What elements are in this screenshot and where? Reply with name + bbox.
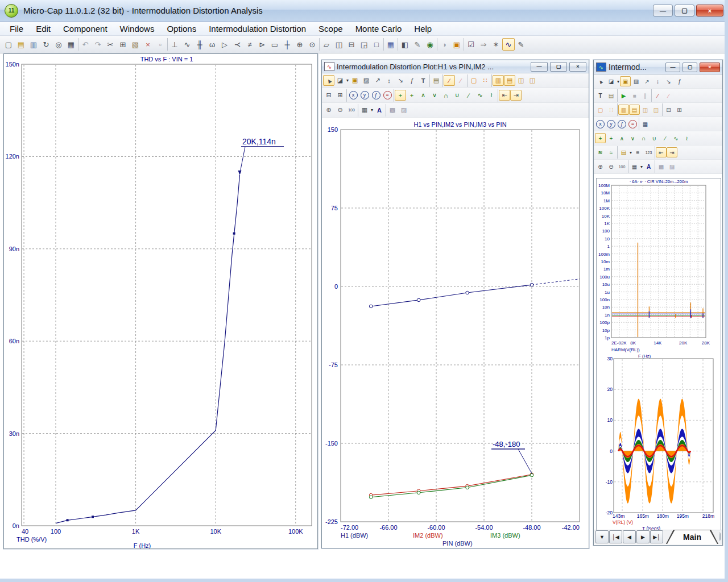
numeric-format-icon[interactable]: 123 [643, 147, 654, 157]
waterfall-icon[interactable]: ≋ [595, 147, 606, 157]
print-preview-icon[interactable]: ◎ [52, 38, 65, 51]
zoom-out-icon[interactable]: ⊖ [334, 105, 346, 115]
cursor-menu-icon[interactable]: ≡ [382, 90, 393, 101]
imd-close-button[interactable]: × [569, 62, 586, 72]
span-right-icon[interactable]: ⇥ [510, 90, 522, 101]
plot-vertical-icon[interactable]: ▥ [493, 75, 504, 86]
voltage-source-component-icon[interactable]: ⊕ [293, 38, 306, 51]
pause-icon[interactable]: ∥ [640, 90, 651, 101]
properties-icon[interactable]: ▤ [606, 90, 617, 101]
cascade-windows-icon[interactable]: ▱ [320, 38, 333, 51]
go-valley-icon[interactable]: ∨ [429, 90, 440, 101]
cursor-menu-icon[interactable]: ≡ [627, 119, 638, 129]
menu-monte-carlo[interactable]: Monte Carlo [349, 23, 408, 35]
graphics-shapes-icon[interactable]: ◪ [606, 76, 617, 86]
delete-icon[interactable]: × [142, 38, 154, 51]
page-tab-main[interactable]: Main [666, 530, 718, 544]
plot-horizontal-icon[interactable]: ▤ [629, 105, 640, 115]
font-icon[interactable]: A [643, 161, 654, 172]
cursor-slope-right-icon[interactable]: ∕ [663, 90, 674, 101]
clipboard-dropdown-icon[interactable]: ▾ [630, 150, 632, 155]
go-global-icon[interactable]: ≀ [681, 133, 692, 143]
copy-to-front-icon[interactable]: ▩ [387, 105, 398, 115]
go-high-icon[interactable]: ∩ [440, 90, 452, 101]
cursor-slope-left-icon[interactable]: ∕ [444, 75, 455, 86]
probe-icon[interactable]: ▣ [450, 38, 463, 51]
cursor-left-icon[interactable]: + [395, 90, 406, 101]
resistor-component-icon[interactable]: ∿ [181, 38, 193, 51]
zoom-in-icon[interactable]: ⊕ [595, 161, 606, 172]
data-table-icon[interactable]: ▦ [640, 119, 651, 129]
plot-horizontal-icon[interactable]: ▤ [504, 75, 515, 86]
cursor-x-icon[interactable]: x [595, 119, 606, 129]
grid-toggle-icon[interactable]: ⊞ [334, 90, 346, 101]
select-cursor-icon[interactable]: ▲ [323, 75, 334, 86]
cursor-fx-icon[interactable]: ƒ [370, 90, 382, 101]
zoom-region-icon[interactable]: ▣ [620, 76, 631, 86]
go-high-icon[interactable]: ∩ [638, 133, 649, 143]
menu-component[interactable]: Component [57, 23, 114, 35]
horizontal-scrollbar[interactable] [719, 533, 721, 541]
redo-icon[interactable]: ↷ [92, 38, 104, 51]
go-low-icon[interactable]: ∪ [452, 90, 463, 101]
component-panel-icon[interactable]: ◧ [399, 38, 411, 51]
app-titlebar[interactable]: 11 Micro-Cap 11.0.1.2 (32 bit) - Intermo… [0, 0, 728, 22]
go-inflection-icon[interactable]: ∿ [671, 133, 681, 143]
menu-scope[interactable]: Scope [312, 23, 349, 35]
vertical-scale-icon[interactable]: ↕ [383, 75, 395, 86]
pan-mode-icon[interactable]: ↘ [395, 75, 406, 86]
select-box-icon[interactable]: ▢ [468, 75, 479, 86]
close-button[interactable]: × [696, 5, 723, 16]
small-window-titlebar[interactable]: ∿ Intermod... — ▢ × [594, 60, 722, 74]
small-plots-area[interactable]: 100M10M1M100K10K1K100101100m10m1m100u10u… [594, 178, 722, 531]
cursor-slope-left-icon[interactable]: ∕ [652, 90, 663, 101]
vertical-scale-icon[interactable]: ↕ [652, 76, 663, 86]
image-tool-icon[interactable]: ▨ [631, 76, 642, 86]
axis-line-icon[interactable]: ⊟ [323, 90, 334, 101]
small-close-button[interactable]: × [700, 63, 720, 72]
menu-file[interactable]: File [3, 23, 30, 35]
list-view-icon[interactable]: ≡ [632, 147, 643, 157]
go-inflection-icon[interactable]: ∿ [474, 90, 486, 101]
waterfall-alt-icon[interactable]: ≈ [606, 147, 617, 157]
analysis-plot-icon[interactable]: ∿ [502, 38, 515, 51]
stop-icon[interactable]: ■ [629, 90, 640, 101]
preferences-icon[interactable]: ☑ [465, 38, 477, 51]
small-restore-button[interactable]: ▢ [682, 63, 697, 72]
select-region-icon[interactable]: ▫ [154, 38, 167, 51]
capacitor-component-icon[interactable]: ╫ [193, 38, 206, 51]
select-box-icon[interactable]: ▢ [595, 105, 606, 115]
current-source-component-icon[interactable]: ⊙ [306, 38, 318, 51]
connector-component-icon[interactable]: ┼ [281, 38, 293, 51]
run-icon[interactable]: ▶ [618, 90, 629, 101]
copy-to-front-icon[interactable]: ▩ [656, 161, 667, 172]
cursor-y-icon[interactable]: y [606, 119, 617, 129]
cut-icon[interactable]: ✂ [104, 38, 117, 51]
cursor-right-icon[interactable]: + [406, 90, 417, 101]
ground-component-icon[interactable]: ⊥ [168, 38, 181, 51]
menu-intermodulation-distortion[interactable]: Intermodulation Distortion [202, 23, 312, 35]
plot-split-v-icon[interactable]: ◫ [515, 75, 527, 86]
fx-tool-icon[interactable]: ƒ [674, 76, 685, 86]
go-slope-icon[interactable]: ∕ [660, 133, 671, 143]
goto-icon[interactable]: ⇒ [477, 38, 490, 51]
font-icon[interactable]: A [374, 105, 385, 115]
opamp-component-icon[interactable]: ⊳ [256, 38, 268, 51]
page-list-dropdown-button[interactable]: ▼ [595, 530, 609, 543]
imd-window-titlebar[interactable]: ∿ Intermodulation Distortion Plot:H1 vs … [322, 60, 589, 73]
bjt-component-icon[interactable]: Y [231, 38, 243, 51]
graphics-shapes-dropdown-icon[interactable]: ▾ [346, 78, 349, 83]
minimize-button[interactable]: — [653, 5, 673, 16]
graphics-shapes-dropdown-icon[interactable]: ▾ [617, 79, 619, 84]
scale-mode-icon[interactable]: ↗ [642, 76, 652, 86]
diode-component-icon[interactable]: ▷ [218, 38, 231, 51]
properties-icon[interactable]: ▤ [431, 75, 442, 86]
copy-to-back-icon[interactable]: ▨ [667, 161, 677, 172]
previous-page-button[interactable]: ◀ [623, 530, 636, 543]
tile-horizontal-icon[interactable]: ⊟ [345, 38, 358, 51]
mosfet-component-icon[interactable]: ≠ [243, 38, 256, 51]
thumbnails-dropdown-icon[interactable]: ▾ [640, 164, 643, 169]
cursor-slope-right-icon[interactable]: ∕ [455, 75, 466, 86]
span-left-icon[interactable]: ⇤ [656, 147, 667, 157]
grid-toggle-icon[interactable]: ⊞ [674, 105, 685, 115]
